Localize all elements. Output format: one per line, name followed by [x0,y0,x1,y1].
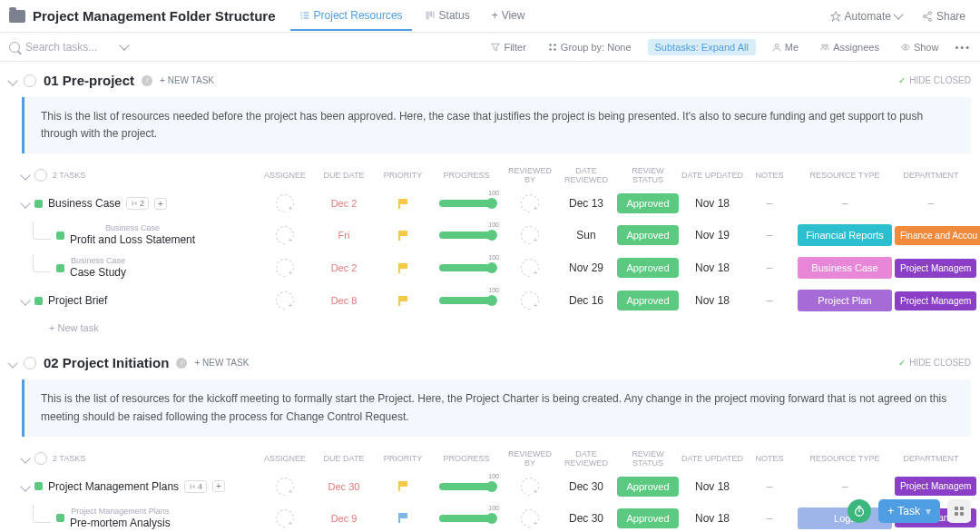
due-date[interactable]: Dec 9 [331,513,358,524]
chevron-down-icon[interactable] [7,75,17,85]
task-name[interactable]: Business Case [48,197,121,210]
tab-status[interactable]: Status [416,2,479,31]
priority-flag-icon[interactable] [398,513,408,523]
review-status-badge[interactable]: Approved [617,225,679,245]
resource-type-tag[interactable]: Financial Reports [798,224,892,246]
share-button[interactable]: Share [916,6,971,26]
date-reviewed[interactable]: Nov 29 [557,261,615,274]
task-name[interactable]: Project Brief [48,294,107,307]
filter-button[interactable]: Filter [485,38,531,56]
date-reviewed[interactable]: Dec 30 [557,480,615,493]
assignee-placeholder[interactable] [276,259,294,277]
priority-flag-icon[interactable] [398,231,408,241]
chevron-down-icon[interactable] [7,358,17,368]
new-task-button[interactable]: + NEW TASK [194,358,249,368]
progress-bar[interactable]: 100 [439,297,494,304]
due-date[interactable]: Dec 2 [331,262,358,273]
progress-bar[interactable]: 100 [439,483,494,490]
hide-closed-toggle[interactable]: ✓HIDE CLOSED [898,358,971,368]
assignee-placeholder[interactable] [276,291,294,310]
info-icon[interactable]: i [142,75,152,86]
reviewer-placeholder[interactable] [521,259,539,277]
resource-type-tag[interactable]: Business Case [798,257,892,279]
tab-project-resources[interactable]: Project Resources [290,2,412,31]
review-status-badge[interactable]: Approved [617,291,679,310]
subtask-count-chip[interactable]: 4 [184,480,207,493]
reviewer-placeholder[interactable] [521,478,539,496]
date-updated[interactable]: Nov 18 [681,261,744,274]
date-updated[interactable]: Nov 18 [681,294,744,307]
chevron-down-icon[interactable] [20,296,30,306]
section-title[interactable]: 02 Project Initiation [44,355,169,370]
review-status-badge[interactable]: Approved [617,508,679,528]
priority-flag-icon[interactable] [398,199,408,209]
assignee-placeholder[interactable] [276,509,294,527]
date-updated[interactable]: Nov 18 [681,197,744,210]
chevron-down-icon[interactable] [20,481,30,491]
notes-cell[interactable]: – [767,512,773,525]
date-updated[interactable]: Nov 18 [681,480,744,493]
reviewer-placeholder[interactable] [521,194,539,212]
subtasks-toggle[interactable]: Subtasks: Expand All [648,39,756,55]
apps-fab[interactable] [947,499,971,523]
notes-cell[interactable]: – [767,229,773,241]
task-name[interactable]: Pre-mortem Analysis [70,517,171,529]
status-square[interactable] [34,200,43,208]
task-name[interactable]: Profit and Loss Statement [70,233,195,246]
add-subtask-button[interactable]: + [212,480,225,492]
due-date[interactable]: Fri [338,230,350,241]
search-input[interactable]: Search tasks... [9,41,136,54]
task-row[interactable]: Project Brief Dec 8 100 Dec 16 Approved … [9,284,971,317]
status-square[interactable] [56,514,64,522]
notes-cell[interactable]: – [767,294,773,307]
task-name[interactable]: Project Management Plans [48,480,179,493]
progress-bar[interactable]: 100 [439,264,494,271]
reviewer-placeholder[interactable] [521,509,539,527]
priority-flag-icon[interactable] [398,263,408,273]
task-row[interactable]: Business CaseCase Study Dec 2 100 Nov 29… [9,251,971,284]
progress-bar[interactable]: 100 [439,515,494,522]
chevron-down-icon[interactable] [20,171,30,181]
new-task-fab[interactable]: +Task▾ [878,499,940,523]
hide-closed-toggle[interactable]: ✓HIDE CLOSED [898,75,971,85]
department-tag[interactable]: Project Managem [895,259,976,278]
department-tag[interactable]: Project Managem [895,291,976,310]
department-tag[interactable]: Project Managem [895,477,976,496]
section-title[interactable]: 01 Pre-project [44,73,134,88]
review-status-badge[interactable]: Approved [617,258,679,278]
chevron-down-icon[interactable] [20,199,30,209]
date-reviewed[interactable]: Dec 30 [557,512,615,525]
status-square[interactable] [34,297,43,305]
info-icon[interactable]: i [176,358,187,369]
show-button[interactable]: Show [896,38,945,56]
add-subtask-button[interactable]: + [154,198,167,210]
due-date[interactable]: Dec 30 [328,481,360,492]
notes-cell[interactable]: – [767,197,773,210]
subtask-count-chip[interactable]: 2 [126,197,149,210]
task-row[interactable]: Project Management PlansPre-mortem Analy… [9,502,971,532]
assignee-placeholder[interactable] [276,194,294,212]
automate-button[interactable]: Automate [825,6,907,26]
review-status-badge[interactable]: Approved [617,193,679,213]
department-tag[interactable]: Finance and Accou [895,226,980,245]
new-task-row[interactable]: + New task [9,317,971,339]
due-date[interactable]: Dec 8 [331,295,358,306]
timer-fab[interactable] [848,499,871,523]
task-row[interactable]: Project Management Plans4+ Dec 30 100 De… [9,471,971,502]
add-view-button[interactable]: + View [483,2,534,31]
date-reviewed[interactable]: Dec 16 [557,294,615,307]
me-filter[interactable]: Me [767,38,804,56]
date-updated[interactable]: Nov 19 [681,229,744,241]
due-date[interactable]: Dec 2 [331,198,358,209]
more-menu[interactable]: ••• [955,42,971,53]
date-reviewed[interactable]: Sun [557,229,615,241]
task-name[interactable]: Case Study [70,266,126,279]
date-updated[interactable]: Nov 18 [681,512,744,525]
resource-type-tag[interactable]: Project Plan [798,290,892,311]
priority-flag-icon[interactable] [398,481,408,491]
reviewer-placeholder[interactable] [521,226,539,244]
date-reviewed[interactable]: Dec 13 [557,197,615,210]
task-row[interactable]: Business Case2+ Dec 2 100 Dec 13 Approve… [9,188,971,219]
new-task-button[interactable]: + NEW TASK [160,75,214,85]
progress-bar[interactable]: 100 [439,232,494,239]
